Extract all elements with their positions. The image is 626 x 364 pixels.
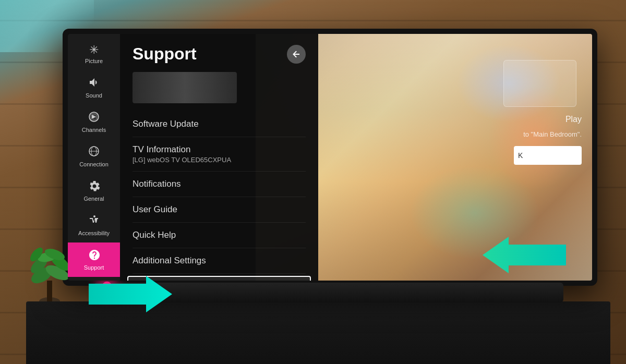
sidebar-item-general[interactable]: General xyxy=(68,174,120,208)
connection-icon xyxy=(88,145,100,159)
tv-frame: Play to "Main Bedroom". K ✳ Picture Soun… xyxy=(63,29,597,286)
color-blob-teal xyxy=(410,166,540,260)
right-card xyxy=(503,60,576,107)
support-icon xyxy=(88,249,100,262)
sidebar-item-support[interactable]: Support xyxy=(68,242,120,277)
settings-sidebar: ✳ Picture Sound xyxy=(68,34,120,281)
panel-title: Support xyxy=(133,44,197,64)
right-input-box: K xyxy=(514,146,582,165)
svg-point-4 xyxy=(93,215,95,217)
tv-information-sub: [LG] webOS TV OLED65CXPUA xyxy=(133,156,306,164)
picture-icon: ✳ xyxy=(89,44,99,56)
additional-settings-label: Additional Settings xyxy=(133,256,206,265)
sound-icon xyxy=(88,77,100,90)
sidebar-label-accessibility: Accessibility xyxy=(78,230,110,236)
sidebar-label-connection: Connection xyxy=(79,161,109,167)
right-text-play: Play xyxy=(565,115,582,124)
accessibility-icon xyxy=(88,214,100,228)
tv-stand xyxy=(26,301,610,364)
right-text-bedroom: to "Main Bedroom". xyxy=(523,130,582,138)
menu-item-reset[interactable]: Reset to Initial Settings xyxy=(127,276,311,281)
menu-item-notifications[interactable]: Notifications xyxy=(133,172,306,197)
channels-icon xyxy=(88,111,100,125)
sidebar-item-connection[interactable]: Connection xyxy=(68,139,120,174)
sidebar-item-channels[interactable]: Channels xyxy=(68,105,120,139)
menu-item-additional-settings[interactable]: Additional Settings xyxy=(133,248,306,274)
sidebar-item-picture[interactable]: ✳ Picture xyxy=(68,38,120,70)
panel-header: Support xyxy=(133,44,306,64)
tv-screen: Play to "Main Bedroom". K ✳ Picture Soun… xyxy=(68,34,592,281)
menu-item-quick-help[interactable]: Quick Help xyxy=(133,223,306,248)
sidebar-label-general: General xyxy=(83,196,104,202)
top-divider xyxy=(133,72,237,103)
user-guide-label: User Guide xyxy=(133,204,177,214)
sidebar-label-sound: Sound xyxy=(86,92,102,99)
pink-light xyxy=(102,282,112,292)
menu-item-user-guide[interactable]: User Guide xyxy=(133,197,306,223)
sidebar-item-accessibility[interactable]: Accessibility xyxy=(68,208,120,242)
main-content-panel: Support Software Update TV Information [… xyxy=(120,34,318,281)
svg-rect-6 xyxy=(47,281,52,301)
menu-item-tv-information[interactable]: TV Information [LG] webOS TV OLED65CXPUA xyxy=(133,137,306,172)
notifications-label: Notifications xyxy=(133,179,181,189)
quick-help-label: Quick Help xyxy=(133,230,176,240)
soundbar xyxy=(94,283,563,302)
sidebar-item-sound[interactable]: Sound xyxy=(68,70,120,105)
tv-information-label: TV Information xyxy=(133,144,306,155)
menu-item-software-update[interactable]: Software Update xyxy=(133,112,306,137)
sidebar-label-channels: Channels xyxy=(82,127,106,133)
sidebar-label-picture: Picture xyxy=(85,58,103,64)
right-input-value: K xyxy=(518,151,523,160)
sidebar-label-support: Support xyxy=(84,264,104,271)
general-icon xyxy=(88,180,100,193)
software-update-label: Software Update xyxy=(133,119,199,129)
back-button[interactable] xyxy=(287,45,306,64)
